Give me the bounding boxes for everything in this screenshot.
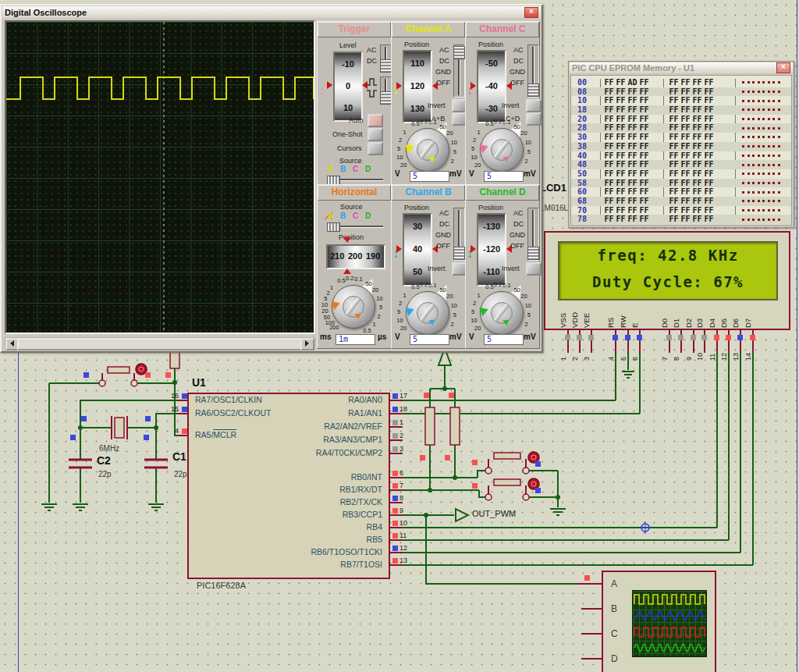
memory-row: 68FFFFFFFFFFFFFFFF <box>571 197 791 206</box>
lcd-pin-number: 11 <box>708 343 716 361</box>
gain-value[interactable]: 5 <box>484 334 524 345</box>
knob-scale-value: 20 <box>400 325 407 332</box>
knob-scale-value: 10 <box>525 138 531 145</box>
logic-state-square <box>392 521 398 526</box>
memory-titlebar[interactable]: PIC CPU EPROM Memory - U1 × <box>570 62 793 73</box>
coupling-label-off: OFF <box>436 242 450 250</box>
logic-state-square <box>449 393 454 398</box>
knob-scale-value: 0.2 <box>420 281 428 288</box>
logic-state-square <box>584 575 590 581</box>
position-drum[interactable]: 304050 <box>403 213 432 286</box>
source-letter-a[interactable]: A <box>328 212 333 220</box>
millivolts-label: mV <box>524 169 536 178</box>
drum-value: 30 <box>404 222 431 231</box>
oscilloscope-close-button[interactable]: × <box>524 7 538 18</box>
switch-handle[interactable] <box>453 247 465 260</box>
coupling-switch[interactable] <box>527 44 539 98</box>
logic-state-square <box>701 335 707 340</box>
gain-value[interactable]: 5 <box>410 334 449 345</box>
source-letter-c[interactable]: C <box>353 165 358 173</box>
lcd-pin-label: RW <box>619 300 627 328</box>
coupling-switch[interactable] <box>453 208 465 261</box>
pin-number: 13 <box>400 556 407 564</box>
knob-scale-value: 5 <box>453 311 456 318</box>
position-drum[interactable]: 110120130 <box>403 50 432 123</box>
coupling-switch[interactable] <box>453 44 465 98</box>
lcd-pin-label: D0 <box>660 300 669 328</box>
horizontal-position-drum[interactable]: 210 200 190 <box>326 244 385 269</box>
horizontal-source-slider[interactable] <box>327 222 340 232</box>
pin-number: 3 <box>400 445 403 453</box>
knob-scale-value: 2 <box>451 158 454 165</box>
pin-label: RA4/T0CKI/CMP2 <box>257 448 382 457</box>
trigger-level-drum[interactable]: -10 0 10 <box>333 52 363 122</box>
memory-close-button[interactable]: × <box>776 62 790 73</box>
invert-button[interactable] <box>526 99 542 112</box>
knob-scale-value: 50 <box>439 286 446 293</box>
position-label: Position <box>404 204 429 212</box>
auto-button[interactable] <box>368 114 383 127</box>
knob-scale-value: 5 <box>471 308 474 315</box>
mini-scope-input-a: A <box>611 578 617 589</box>
knob-scale-value: 2 <box>473 136 476 143</box>
channel-panel-d: Channel DPosition↕-130-120-110ACDCGNDOFF… <box>465 184 540 349</box>
scroll-thumb[interactable] <box>17 338 304 350</box>
memory-row: 30FFFFFFFFFFFFFFFF <box>571 133 791 142</box>
source-letter-c[interactable]: C <box>353 212 358 220</box>
pin-number: 15 <box>169 405 179 413</box>
switch-handle[interactable] <box>527 84 539 97</box>
drum-arrow-top <box>343 237 351 243</box>
one-shot-button[interactable] <box>368 128 383 141</box>
source-letter-a[interactable]: A <box>328 165 333 173</box>
trigger-level-label: Level <box>339 41 357 49</box>
outpwm-buffer-icon <box>456 509 468 521</box>
lcd-pin-number: 9 <box>685 343 693 361</box>
coupling-label-gnd: GND <box>510 231 525 239</box>
channel-header: Channel A <box>392 22 465 37</box>
coupling-switch[interactable] <box>527 208 539 261</box>
logic-state-square <box>714 335 719 340</box>
switch-handle[interactable] <box>380 59 392 73</box>
trigger-coupling-switch[interactable] <box>380 44 392 73</box>
knob-scale-value: 10 <box>471 316 477 323</box>
logic-state-square <box>445 455 450 460</box>
trigger-level-arrows[interactable]: ↕ <box>319 84 325 97</box>
position-drum[interactable]: -50-40-30 <box>477 50 506 123</box>
oscilloscope-hscrollbar[interactable] <box>5 337 315 350</box>
switch-handle[interactable] <box>453 46 465 59</box>
memory-row: 38FFFFFFFFFFFFFFFF <box>571 142 791 151</box>
position-drum[interactable]: -130-120-110 <box>477 213 506 286</box>
oscilloscope-titlebar[interactable]: Digital Oscilloscope × <box>2 6 541 18</box>
pin-label: RB4 <box>257 522 382 532</box>
knob-scale-value: 0.5 <box>485 283 493 290</box>
invert-button[interactable] <box>526 262 542 276</box>
memory-grid[interactable]: 00FFFFADFFFFFFFFFF08FFFFFFFFFFFFFFFF10FF… <box>570 75 792 226</box>
source-letter-d[interactable]: D <box>365 212 371 220</box>
source-letter-d[interactable]: D <box>365 165 371 173</box>
crystal <box>115 418 124 438</box>
knob-scale-value: 2 <box>473 299 476 306</box>
us-label: µs <box>378 332 386 341</box>
source-letter-b[interactable]: B <box>340 165 346 173</box>
trigger-ac-label: AC <box>367 46 377 54</box>
switch-handle[interactable] <box>380 91 392 105</box>
gain-value[interactable]: 5 <box>484 171 524 182</box>
cursors-button[interactable] <box>368 142 383 155</box>
pin-number: 4 <box>169 427 179 435</box>
channel-header: Channel C <box>466 22 539 37</box>
drum-arrow-left <box>471 82 476 90</box>
lcd-pin-number: 6 <box>631 343 639 361</box>
switch-handle[interactable] <box>527 247 539 260</box>
mini-wave-c <box>634 628 705 637</box>
source-letter-b[interactable]: B <box>340 212 346 220</box>
scroll-right-button[interactable] <box>300 338 314 350</box>
gain-value[interactable]: 5 <box>410 171 449 182</box>
logic-state-square <box>637 335 642 340</box>
sum-button[interactable] <box>526 112 542 126</box>
trigger-edge-switch[interactable] <box>380 76 392 105</box>
memory-row: 58FFFFFFFFFFFFFFFF <box>571 179 791 188</box>
lcd-pin-number: 3 <box>583 343 591 361</box>
coupling-label-off: OFF <box>510 242 524 250</box>
logic-state-square <box>145 416 151 421</box>
timebase-value[interactable]: 1m <box>336 334 375 345</box>
